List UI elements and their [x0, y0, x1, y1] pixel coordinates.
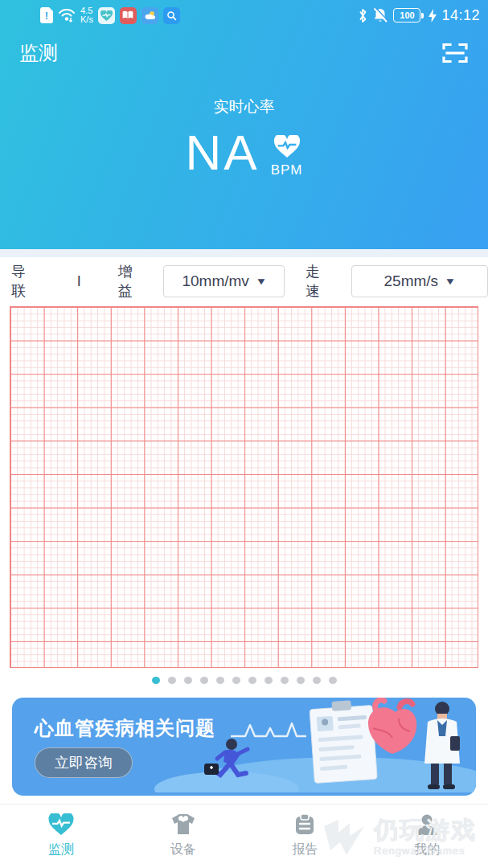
bell-muted-icon: [372, 7, 388, 23]
heart-rate-block: NA BPM: [0, 127, 488, 178]
heart-app-icon: [98, 7, 115, 24]
pagination-dot-7[interactable]: [248, 677, 256, 684]
weather-app-icon: [141, 7, 158, 24]
pagination-dot-8[interactable]: [265, 677, 273, 684]
status-bar: ! 4.5 K/s: [0, 3, 488, 27]
pagination-dot-3[interactable]: [184, 677, 192, 684]
bluetooth-icon: [358, 8, 367, 23]
clipboard-icon: [294, 813, 315, 838]
speed-label: 走速: [306, 262, 334, 301]
book-app-icon: [120, 7, 137, 24]
sim-alert-icon: !: [40, 7, 53, 23]
banner-title: 心血管疾病相关问题: [35, 715, 215, 741]
chevron-down-icon: ▼: [445, 276, 457, 287]
header-row: 监测: [0, 40, 488, 66]
lead-label: 导联: [11, 262, 40, 301]
pagination-dot-10[interactable]: [297, 677, 305, 684]
section-divider: [0, 249, 488, 257]
heart-pulse-icon: [48, 813, 74, 838]
ecg-controls-row: 导联 I 增益 10mm/mv ▼ 走速 25mm/s ▼: [0, 257, 488, 305]
speed-value: 25mm/s: [384, 272, 439, 290]
speed-dropdown[interactable]: 25mm/s ▼: [351, 265, 488, 297]
wifi-icon: [58, 7, 76, 23]
heart-rate-value: NA: [186, 128, 260, 178]
tab-mine-label: 我的: [414, 841, 440, 858]
page-title: 监测: [19, 40, 58, 66]
bottom-tab-bar: 监测 设备 报告 我的: [0, 804, 488, 868]
status-bar-left: ! 4.5 K/s: [40, 6, 180, 24]
gain-label: 增益: [118, 262, 147, 301]
tab-device-label: 设备: [170, 841, 196, 858]
consult-now-label: 立即咨询: [55, 753, 113, 772]
battery-level: 100: [400, 10, 414, 20]
pagination-dot-4[interactable]: [200, 677, 208, 684]
consult-now-button[interactable]: 立即咨询: [35, 747, 133, 778]
heart-rate-label: 实时心率: [0, 96, 488, 117]
search-app-icon: [163, 7, 180, 24]
battery-icon: 100: [393, 8, 424, 23]
tab-device[interactable]: 设备: [122, 805, 244, 868]
heart-rate-side: BPM: [271, 135, 303, 178]
fullscreen-icon[interactable]: [441, 41, 469, 65]
heart-rate-unit: BPM: [271, 162, 303, 178]
status-time: 14:12: [441, 7, 480, 24]
blue-header-section: ! 4.5 K/s: [0, 0, 488, 249]
pagination-dot-11[interactable]: [313, 677, 321, 684]
pagination-dot-12[interactable]: [329, 677, 337, 684]
tab-mine[interactable]: 我的: [366, 805, 488, 868]
pagination-dots: [0, 677, 488, 684]
tab-report-label: 报告: [292, 841, 318, 858]
gain-value: 10mm/mv: [182, 272, 248, 290]
heart-pulse-icon: [273, 135, 301, 161]
person-icon: [416, 813, 438, 838]
gain-dropdown[interactable]: 10mm/mv ▼: [163, 265, 285, 297]
tab-monitor[interactable]: 监测: [0, 805, 122, 868]
shirt-icon: [170, 813, 196, 838]
pagination-dot-1[interactable]: [152, 677, 160, 684]
ecg-grid-paper[interactable]: [10, 306, 478, 668]
charging-icon: [429, 9, 437, 23]
lead-value[interactable]: I: [77, 273, 81, 290]
pagination-dot-5[interactable]: [216, 677, 224, 684]
pagination-dot-6[interactable]: [232, 677, 240, 684]
banner-illustration: [154, 698, 476, 796]
pagination-dot-2[interactable]: [168, 677, 176, 684]
consult-banner[interactable]: 心血管疾病相关问题 立即咨询: [12, 698, 476, 796]
network-speed: 4.5 K/s: [80, 6, 93, 24]
tab-monitor-label: 监测: [48, 841, 74, 858]
svg-text:!: !: [45, 10, 48, 22]
tab-report[interactable]: 报告: [244, 805, 367, 868]
status-bar-right: 100 14:12: [358, 7, 480, 24]
pagination-dot-9[interactable]: [281, 677, 289, 684]
chevron-down-icon: ▼: [255, 276, 267, 287]
